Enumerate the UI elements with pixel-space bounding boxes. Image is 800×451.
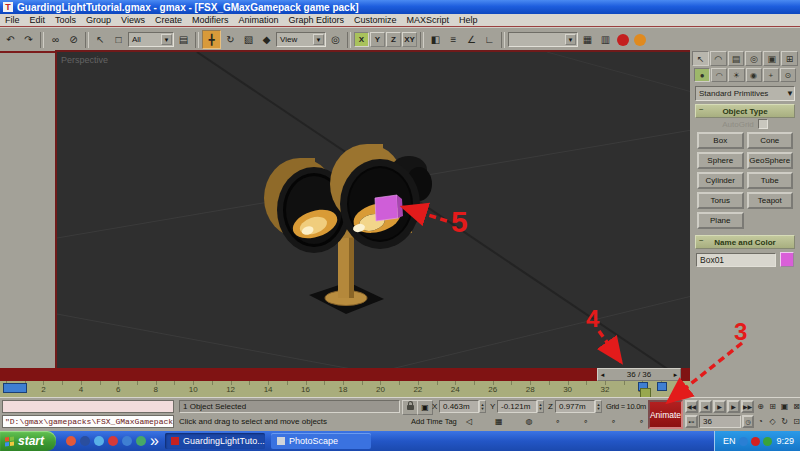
cameras-icon[interactable]: ◉ [746, 68, 762, 82]
select-icon[interactable]: ↖ [92, 31, 109, 48]
move-icon[interactable]: ╋ [202, 30, 221, 49]
maxscript-listener-line[interactable]: "D:\gmax\gamepacks\FSX_GMaxGamepack\" [2, 415, 174, 428]
key-icon-2[interactable]: ∘ [583, 417, 588, 426]
axis-constraint-z[interactable]: Z [386, 32, 401, 47]
pivot-icon[interactable]: ◎ [327, 31, 344, 48]
geometry-icon[interactable]: ● [694, 68, 710, 82]
systems-icon[interactable]: ⊙ [780, 68, 796, 82]
material-editor-icon[interactable] [617, 34, 629, 46]
menu-edit[interactable]: Edit [25, 15, 51, 25]
object-type-rollout-header[interactable]: Object Type [695, 104, 795, 118]
y-spinner[interactable]: ▲▼ [537, 400, 544, 413]
axis-constraint-xy[interactable]: XY [402, 32, 417, 47]
schematic-view-icon[interactable]: ▥ [597, 31, 614, 48]
tray-icon-antivirus[interactable] [751, 437, 760, 446]
next-frame-button[interactable]: ▶ [727, 400, 740, 413]
z-coordinate-field[interactable]: 0.977m [555, 400, 595, 413]
primitive-sphere-button[interactable]: Sphere [697, 152, 744, 169]
z-spinner[interactable]: ▲▼ [595, 400, 602, 413]
region-select-icon[interactable]: □ [110, 31, 127, 48]
tray-icon-msn[interactable] [739, 437, 748, 446]
primitive-cone-button[interactable]: Cone [747, 132, 794, 149]
key-icon-1[interactable]: ∘ [555, 417, 560, 426]
arc-rotate-icon[interactable]: ↻ [779, 415, 790, 428]
quick-icon-6[interactable] [136, 436, 146, 446]
animate-button[interactable]: Animate [648, 400, 683, 429]
redo-icon[interactable]: ↷ [20, 31, 37, 48]
pan-icon[interactable]: ◇ [767, 415, 778, 428]
selection-filter-icon[interactable]: ◁ [466, 417, 472, 426]
named-dropdown[interactable]: ▼ [508, 32, 578, 47]
hierarchy-tab[interactable]: ▤ [728, 51, 745, 66]
language-indicator[interactable]: EN [723, 436, 736, 446]
object-color-swatch[interactable] [780, 252, 794, 267]
track-view-icon[interactable]: ▦ [579, 31, 596, 48]
key-icon-4[interactable]: ∘ [639, 417, 644, 426]
menu-animation[interactable]: Animation [233, 15, 283, 25]
object-name-field[interactable]: Box01 [696, 253, 776, 267]
track-bar[interactable]: 246810121416182022242628303234 [0, 381, 690, 397]
menu-customize[interactable]: Customize [349, 15, 402, 25]
create-tab[interactable]: ↖ [692, 51, 709, 66]
coord-dropdown[interactable]: View▼ [276, 32, 326, 47]
slider-prev-arrow[interactable]: ◄ [598, 372, 607, 378]
slider-next-arrow[interactable]: ► [671, 372, 680, 378]
menu-create[interactable]: Create [150, 15, 187, 25]
primitive-plane-button[interactable]: Plane [697, 212, 744, 229]
select-link-icon[interactable]: ∞ [47, 31, 64, 48]
manipulate-icon[interactable]: ◆ [258, 31, 275, 48]
unlink-icon[interactable]: ⊘ [65, 31, 82, 48]
menu-tools[interactable]: Tools [50, 15, 81, 25]
primitive-box-button[interactable]: Box [697, 132, 744, 149]
motion-tab[interactable]: ◎ [745, 51, 762, 66]
mirror-icon[interactable]: ◧ [427, 31, 444, 48]
menu-maxscript[interactable]: MAXScript [402, 15, 455, 25]
select-by-name-icon[interactable]: ▤ [175, 31, 192, 48]
x-spinner[interactable]: ▲▼ [479, 400, 486, 413]
menu-help[interactable]: Help [454, 15, 483, 25]
menu-views[interactable]: Views [116, 15, 150, 25]
undo-icon[interactable]: ↶ [2, 31, 19, 48]
absolute-mode-button[interactable]: ▣ [417, 400, 433, 415]
axis-constraint-y[interactable]: Y [370, 32, 385, 47]
maxscript-mini-listener[interactable] [2, 400, 174, 413]
menu-graph-editors[interactable]: Graph Editors [283, 15, 349, 25]
key-icon-3[interactable]: ∘ [611, 417, 616, 426]
y-coordinate-field[interactable]: -0.121m [497, 400, 537, 413]
quick-launch-overflow[interactable]: » [150, 432, 159, 450]
menu-modifiers[interactable]: Modifiers [187, 15, 234, 25]
time-slider-track[interactable]: ◄ 36 / 36 ► [0, 368, 690, 381]
autogrid-checkbox[interactable] [758, 119, 768, 129]
zoom-icon[interactable]: ⊕ [755, 400, 766, 413]
quick-icon-4[interactable] [108, 436, 118, 446]
chevron-down-icon[interactable]: ▼ [786, 89, 794, 98]
filter-dropdown[interactable]: All▼ [128, 32, 174, 47]
fov-icon[interactable]: ◔ [755, 415, 766, 428]
snap-toggle-icon[interactable]: ∠ [463, 31, 480, 48]
name-color-rollout-header[interactable]: Name and Color [695, 235, 795, 249]
rotate-icon[interactable]: ↻ [222, 31, 239, 48]
title-bar[interactable]: T GuardingLightTutorial.gmax - gmax - [F… [0, 0, 800, 14]
snap-grid-icon[interactable]: ▦ [495, 417, 503, 426]
time-slider[interactable]: ◄ 36 / 36 ► [597, 368, 681, 381]
axis-constraint-x[interactable]: X [354, 32, 369, 47]
render-sphere-icon[interactable]: ◍ [525, 417, 532, 426]
prev-frame-button[interactable]: ◀ [699, 400, 712, 413]
zoom-extents-icon[interactable]: ▣ [779, 400, 790, 413]
key-mode-icon[interactable]: ⊷ [685, 415, 698, 428]
primitive-cylinder-button[interactable]: Cylinder [697, 172, 744, 189]
primitive-geosphere-button[interactable]: GeoSphere [747, 152, 794, 169]
primitive-teapot-button[interactable]: Teapot [747, 192, 794, 209]
scale-icon[interactable]: ▧ [240, 31, 257, 48]
add-time-tag[interactable]: Add Time Tag [411, 415, 461, 428]
utilities-tab[interactable]: ⊞ [781, 51, 798, 66]
viewport-label[interactable]: Perspective [61, 55, 108, 65]
chevron-down-icon[interactable]: ▼ [565, 34, 576, 45]
keyframe-marker[interactable] [3, 383, 27, 393]
time-config-icon[interactable]: ◷ [742, 415, 754, 428]
quick-icon-2[interactable] [80, 436, 90, 446]
start-button[interactable]: start [0, 431, 56, 451]
chevron-down-icon[interactable]: ▼ [161, 34, 172, 45]
chevron-down-icon[interactable]: ▼ [313, 34, 324, 45]
zoom-extents-all-icon[interactable]: ⊠ [791, 400, 800, 413]
